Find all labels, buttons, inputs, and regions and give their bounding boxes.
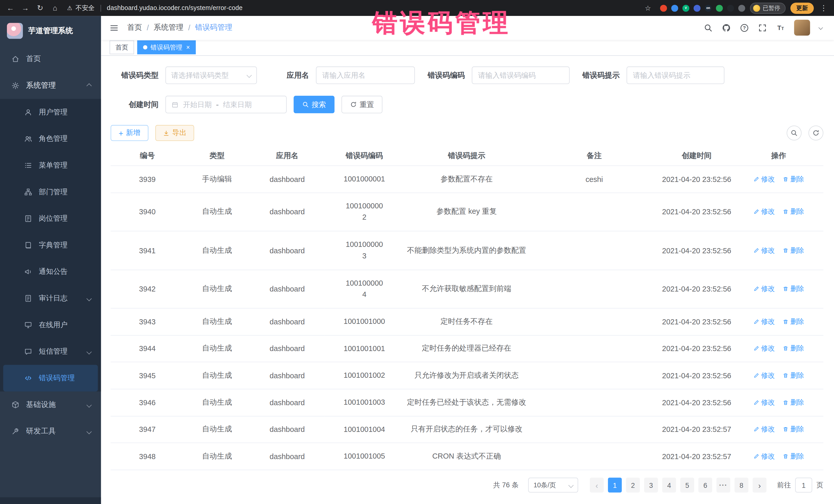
sidebar-item-dict-management[interactable]: 字典管理 (0, 232, 101, 259)
page-button[interactable]: 1 (608, 478, 622, 492)
edit-link[interactable]: 修改 (753, 398, 775, 407)
delete-link[interactable]: 删除 (783, 317, 804, 326)
user-avatar[interactable] (794, 20, 810, 36)
page-button[interactable]: 5 (680, 478, 694, 492)
edit-link[interactable]: 修改 (753, 425, 775, 434)
delete-link[interactable]: 删除 (783, 344, 804, 353)
date-range-picker[interactable]: 开始日期 - 结束日期 (166, 96, 287, 113)
close-icon[interactable]: × (186, 44, 190, 51)
sidebar-item-system-management[interactable]: 系统管理 (0, 72, 101, 99)
error-type-select[interactable]: 请选择错误码类型 (166, 66, 257, 84)
sidebar-item-dev-tools[interactable]: 研发工具 (0, 418, 101, 445)
update-button[interactable]: 更新 (790, 2, 814, 14)
extension-puzzle-icon[interactable] (738, 5, 745, 12)
delete-link[interactable]: 删除 (783, 175, 804, 184)
next-page-button[interactable]: › (753, 478, 767, 492)
cell-actions: 修改 删除 (734, 166, 824, 193)
delete-link[interactable]: 删除 (783, 452, 804, 461)
search-icon[interactable] (704, 23, 712, 32)
sidebar-item-sms-management[interactable]: 短信管理 (0, 338, 101, 365)
extension-on-switch-icon[interactable]: on (705, 5, 711, 12)
sidebar-item-department-management[interactable]: 部门管理 (0, 179, 101, 205)
sidebar-item-role-management[interactable]: 角色管理 (0, 126, 101, 152)
forward-icon[interactable]: → (20, 4, 30, 12)
tab-home[interactable]: 首页 (110, 41, 134, 54)
edit-link[interactable]: 修改 (753, 344, 775, 353)
browser-menu-icon[interactable]: ⋮ (819, 4, 829, 12)
sidebar-item-user-management[interactable]: 用户管理 (0, 99, 101, 126)
breadcrumb-system[interactable]: 系统管理 (154, 23, 183, 32)
prev-page-button[interactable]: ‹ (590, 478, 604, 492)
address-bar[interactable]: ⚠ 不安全 dashboard.yudao.iocoder.cn/system/… (67, 3, 655, 12)
breadcrumb-home[interactable]: 首页 (127, 23, 142, 32)
github-icon[interactable] (722, 23, 731, 32)
page-button[interactable]: ••• (717, 478, 730, 492)
page-button[interactable]: 2 (626, 478, 640, 492)
delete-link[interactable]: 删除 (783, 207, 804, 217)
add-button[interactable]: + 新增 (111, 125, 148, 141)
sidebar-item-home[interactable]: 首页 (0, 46, 101, 72)
page-button[interactable]: 4 (662, 478, 676, 492)
download-icon (163, 130, 170, 136)
refresh-table-button[interactable] (809, 126, 824, 140)
delete-link[interactable]: 删除 (783, 398, 804, 407)
error-msg-input[interactable] (627, 66, 724, 84)
edit-link[interactable]: 修改 (753, 284, 775, 293)
extension-blue-grid-icon[interactable] (694, 5, 701, 12)
profile-chip[interactable]: 已暂停 (750, 2, 786, 14)
tab-error-code-management[interactable]: 错误码管理 × (137, 41, 196, 54)
back-icon[interactable]: ← (5, 4, 15, 12)
delete-link[interactable]: 删除 (783, 284, 804, 293)
font-size-icon[interactable] (776, 23, 785, 32)
page-button[interactable]: 6 (698, 478, 712, 492)
sidebar-item-audit-log[interactable]: 审计日志 (0, 285, 101, 312)
sidebar-item-error-code-management[interactable]: 错误码管理 (3, 365, 98, 392)
page-size-select[interactable]: 10条/页 (528, 478, 578, 492)
page-button[interactable]: 8 (734, 478, 748, 492)
delete-link[interactable]: 删除 (783, 371, 804, 380)
edit-link[interactable]: 修改 (753, 452, 775, 461)
delete-link[interactable]: 删除 (783, 246, 804, 255)
extension-blue-drop-icon[interactable] (671, 5, 678, 12)
search-button[interactable]: 搜索 (293, 96, 335, 113)
extension-green-icon[interactable] (716, 5, 723, 12)
avatar-caret-icon[interactable] (818, 26, 823, 30)
page-button[interactable]: 3 (644, 478, 658, 492)
help-icon[interactable] (740, 23, 749, 32)
sidebar-item-menu-management[interactable]: 菜单管理 (0, 152, 101, 179)
edit-link[interactable]: 修改 (753, 175, 775, 184)
edit-link[interactable]: 修改 (753, 246, 775, 255)
cell-app: dashboard (250, 193, 324, 231)
reset-button[interactable]: 重置 (342, 96, 382, 113)
export-button[interactable]: 导出 (155, 125, 194, 141)
home-icon[interactable]: ⌂ (50, 4, 60, 12)
extension-green-v-icon[interactable]: V (682, 5, 689, 12)
edit-link[interactable]: 修改 (753, 371, 775, 380)
error-msg-label: 错误码提示 (583, 70, 620, 80)
cell-msg: 定时任务的处理器已经存在 (404, 335, 529, 362)
edit-link[interactable]: 修改 (753, 317, 775, 326)
show-search-button[interactable] (787, 126, 802, 140)
error-code-input[interactable] (471, 66, 569, 84)
sidebar-item-notice[interactable]: 通知公告 (0, 258, 101, 285)
sidebar-collapse-bar[interactable] (0, 497, 101, 504)
sidebar-item-position-management[interactable]: 岗位管理 (0, 205, 101, 232)
app-name-input[interactable] (316, 66, 415, 84)
bookmark-star-icon[interactable]: ☆ (645, 4, 651, 12)
page-size-value: 10条/页 (533, 481, 556, 490)
create-time-label: 创建时间 (111, 100, 159, 109)
goto-page-input[interactable] (795, 478, 812, 492)
cell-time: 2021-04-20 23:52:56 (659, 389, 734, 416)
extension-paw-icon[interactable] (727, 5, 734, 12)
sidebar-item-online-users[interactable]: 在线用户 (0, 312, 101, 338)
delete-link[interactable]: 删除 (783, 425, 804, 434)
extension-red-dot-icon[interactable] (660, 5, 667, 12)
table-row: 3947 自动生成 dashboard 1001001004 只有开启状态的任务… (111, 416, 823, 443)
edit-link[interactable]: 修改 (753, 207, 775, 217)
hamburger-icon[interactable] (110, 23, 118, 32)
sidebar-item-infrastructure[interactable]: 基础设施 (0, 392, 101, 418)
fullscreen-icon[interactable] (758, 23, 767, 32)
column-header-time: 创建时间 (659, 146, 734, 166)
sidebar-item-label: 岗位管理 (39, 214, 92, 223)
reload-icon[interactable]: ↻ (35, 4, 45, 12)
